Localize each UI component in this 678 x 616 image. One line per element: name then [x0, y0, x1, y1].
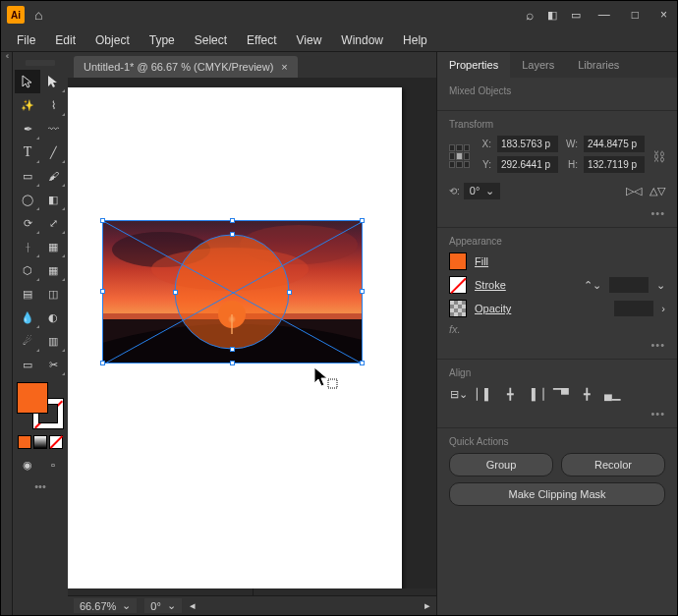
- fx-label[interactable]: fx.: [449, 323, 665, 335]
- artboard[interactable]: [68, 87, 402, 595]
- scale-tool[interactable]: ⤢: [40, 211, 66, 235]
- rotation-input[interactable]: 0°⌄: [464, 183, 501, 199]
- width-tool[interactable]: ⟊: [15, 235, 40, 258]
- nav-right-icon[interactable]: ▸: [424, 599, 430, 612]
- handle-tr[interactable]: [360, 218, 365, 223]
- stroke-profile-dropdown[interactable]: [609, 277, 649, 293]
- align-bottom-icon[interactable]: ▄▁: [602, 384, 622, 404]
- selection-box[interactable]: [102, 220, 363, 364]
- rotation-dropdown[interactable]: 0°⌄: [144, 598, 182, 613]
- horizontal-scrollbar[interactable]: [68, 588, 436, 595]
- close-button[interactable]: ×: [656, 8, 671, 22]
- reference-point[interactable]: [449, 144, 470, 168]
- menu-object[interactable]: Object: [87, 30, 138, 50]
- align-top-icon[interactable]: ▔▀: [551, 384, 571, 404]
- fill-swatch-panel[interactable]: [449, 252, 467, 270]
- menu-view[interactable]: View: [289, 30, 330, 50]
- tab-libraries[interactable]: Libraries: [566, 52, 631, 78]
- align-right-icon[interactable]: ▐▕: [526, 384, 545, 404]
- nav-left-icon[interactable]: ◂: [190, 599, 196, 612]
- clipping-mask-button[interactable]: Make Clipping Mask: [449, 482, 665, 506]
- handle-bl[interactable]: [100, 361, 105, 365]
- line-tool[interactable]: ╱: [40, 140, 66, 164]
- selection-tool[interactable]: [15, 70, 40, 93]
- canvas[interactable]: [68, 78, 436, 595]
- menu-effect[interactable]: Effect: [239, 30, 284, 50]
- workspace-icon[interactable]: ▭: [571, 9, 581, 22]
- opacity-label[interactable]: Opacity: [475, 303, 511, 314]
- maximize-button[interactable]: □: [628, 8, 643, 22]
- align-more-icon[interactable]: •••: [449, 404, 665, 420]
- none-mode-icon[interactable]: [49, 435, 63, 449]
- minimize-button[interactable]: —: [594, 8, 614, 22]
- opacity-expand-icon[interactable]: ›: [661, 303, 665, 314]
- arrange-icon[interactable]: ◧: [547, 9, 557, 22]
- mesh-tool[interactable]: ▤: [15, 282, 40, 306]
- direct-selection-tool[interactable]: [40, 70, 66, 93]
- color-mode-icon[interactable]: [18, 435, 31, 449]
- handle-ml[interactable]: [100, 289, 105, 294]
- slice-tool[interactable]: ✂: [40, 353, 66, 376]
- eraser-tool[interactable]: ◧: [40, 188, 66, 211]
- gradient-tool[interactable]: ◫: [40, 282, 66, 306]
- shaper-tool[interactable]: ◯: [15, 188, 40, 211]
- appearance-more-icon[interactable]: •••: [449, 335, 665, 351]
- pen-tool[interactable]: ✒: [15, 117, 40, 140]
- tab-properties[interactable]: Properties: [437, 52, 510, 78]
- stroke-dd-icon[interactable]: ⌄: [656, 279, 665, 292]
- menu-select[interactable]: Select: [187, 30, 235, 50]
- stroke-label[interactable]: Stroke: [475, 279, 506, 291]
- eyedropper-tool[interactable]: 💧: [15, 306, 40, 329]
- stroke-swatch-panel[interactable]: [449, 276, 467, 294]
- paintbrush-tool[interactable]: 🖌: [40, 164, 66, 188]
- close-tab-icon[interactable]: ×: [281, 61, 287, 73]
- w-input[interactable]: [584, 136, 645, 152]
- type-tool[interactable]: T: [15, 140, 40, 164]
- handle-mr[interactable]: [360, 289, 365, 294]
- symbol-sprayer-tool[interactable]: ☄: [15, 329, 40, 353]
- shape-builder-tool[interactable]: ⬡: [15, 258, 40, 282]
- menu-window[interactable]: Window: [333, 30, 391, 50]
- x-input[interactable]: [497, 136, 558, 152]
- handle-tm[interactable]: [230, 218, 235, 223]
- free-transform-tool[interactable]: ▦: [40, 235, 66, 258]
- lasso-tool[interactable]: ⌇: [40, 93, 66, 117]
- document-tab[interactable]: Untitled-1* @ 66.67 % (CMYK/Preview) ×: [74, 56, 298, 78]
- align-vcenter-icon[interactable]: ╋: [577, 384, 596, 404]
- home-icon[interactable]: ⌂: [34, 7, 42, 23]
- link-wh-icon[interactable]: ⛓: [652, 149, 665, 164]
- menu-help[interactable]: Help: [395, 30, 435, 50]
- menu-edit[interactable]: Edit: [47, 30, 84, 50]
- column-graph-tool[interactable]: ▥: [40, 329, 66, 353]
- menu-file[interactable]: File: [9, 30, 43, 50]
- h-input[interactable]: [584, 156, 645, 173]
- flip-vertical-icon[interactable]: △▽: [650, 185, 665, 197]
- more-tools-icon[interactable]: •••: [34, 480, 46, 492]
- handle-bm[interactable]: [230, 361, 235, 365]
- rotate-tool[interactable]: ⟳: [15, 211, 40, 235]
- opacity-swatch[interactable]: [449, 300, 467, 317]
- group-button[interactable]: Group: [449, 453, 553, 476]
- transform-more-icon[interactable]: •••: [449, 203, 665, 219]
- magic-wand-tool[interactable]: ✨: [15, 93, 40, 117]
- draw-mode-icon[interactable]: ◉: [15, 453, 40, 476]
- align-hcenter-icon[interactable]: ╋: [500, 384, 520, 404]
- rectangle-tool[interactable]: ▭: [15, 164, 40, 188]
- y-input[interactable]: [497, 156, 558, 173]
- artboard-tool[interactable]: ▭: [15, 353, 40, 376]
- recolor-button[interactable]: Recolor: [561, 453, 665, 476]
- gradient-mode-icon[interactable]: [33, 435, 47, 449]
- handle-br[interactable]: [360, 361, 365, 365]
- stroke-weight-stepper[interactable]: ⌃⌄: [584, 279, 601, 292]
- opacity-input[interactable]: [614, 301, 653, 316]
- handle-circle-r[interactable]: [287, 290, 292, 295]
- fill-swatch[interactable]: [17, 382, 48, 414]
- screen-mode-icon[interactable]: ▫: [40, 453, 66, 476]
- fill-label[interactable]: Fill: [475, 255, 488, 267]
- blend-tool[interactable]: ◐: [40, 306, 66, 329]
- align-left-icon[interactable]: ▏▌: [475, 384, 494, 404]
- panel-collapse-icon[interactable]: ‹‹: [1, 52, 12, 60]
- search-icon[interactable]: ⌕: [526, 7, 534, 23]
- curvature-tool[interactable]: 〰: [40, 117, 66, 140]
- handle-circle-l[interactable]: [173, 290, 178, 295]
